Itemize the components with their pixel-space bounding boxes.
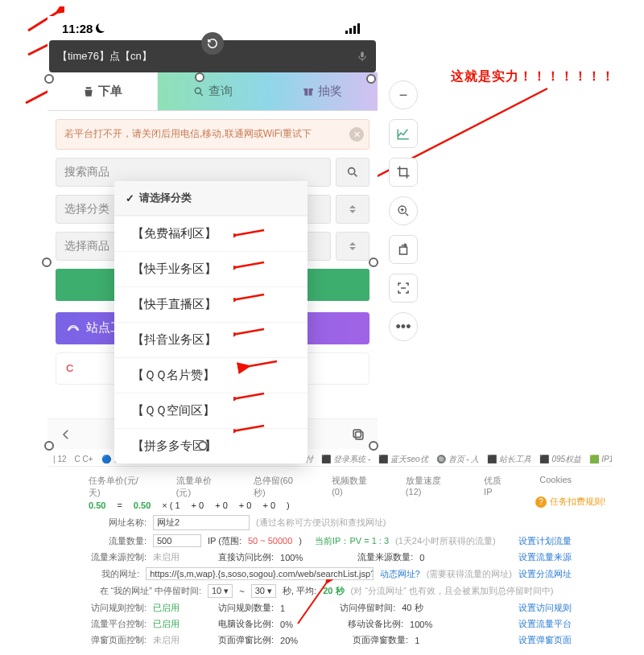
svg-rect-20 (400, 247, 407, 254)
qty-input[interactable]: 500 (153, 534, 201, 547)
svg-rect-11 (353, 430, 361, 437)
url-bar[interactable]: 【time76】点【cn】 (49, 40, 376, 72)
link-rule[interactable]: 设置访问规则 (518, 602, 572, 614)
svg-point-5 (195, 88, 200, 93)
svg-rect-10 (356, 431, 363, 439)
zoom-in-button[interactable] (389, 196, 418, 225)
more-button[interactable]: ••• (389, 312, 418, 341)
dropdown-title: ✓请选择分类 (114, 181, 308, 216)
moon-icon (96, 23, 105, 33)
fee-note[interactable]: ?任务扣费规则! (535, 496, 605, 508)
row-qty: 流量数量: 500 IP (范围: 50 ~ 50000) 当前IP：PV = … (89, 534, 572, 547)
main-tabs: 下单 查询 抽奖 (47, 72, 378, 111)
url-text: 【time76】点【cn】 (57, 49, 152, 64)
dropdown-item[interactable]: 【免费福利区】 (114, 216, 308, 251)
bottom-panel: | 12C C+🔵百度一下, ⬛会员登录 -🟢zxyingxiao ⬛龙 | 支… (48, 452, 612, 653)
dropdown-item[interactable]: 【拼多多专区】 (114, 428, 308, 463)
row-stay: 在 “我的网址” 中停留时间: 10 ▾ ~ 30 ▾ 秒, 平均:20 秒 (… (89, 584, 572, 598)
equation: 0.50=0.50 × ( 1+ 0 + 0+ 0 + 0) (89, 501, 572, 510)
link-pop[interactable]: 设置弹窗页面 (518, 634, 572, 646)
dropdown-item[interactable]: 【ＱＱ空间区】 (114, 393, 308, 428)
minus-button[interactable]: − (389, 80, 418, 109)
signal-icon (345, 23, 363, 34)
row-src: 流量来源控制:未启用 直接访问比例:100% 流量来源数量:0 设置流量来源 (89, 551, 572, 563)
time: 11:28 (62, 22, 93, 35)
caret-icon[interactable] (336, 195, 369, 224)
copy-icon[interactable] (350, 426, 366, 443)
url-input[interactable]: https://{s,m,wap}.{s,soso,sogou}.com/web… (146, 567, 373, 580)
link-plan[interactable]: 设置计划流量 (518, 535, 572, 547)
trend-icon[interactable] (389, 119, 418, 148)
svg-point-9 (349, 167, 355, 174)
tool-column: − ••• (389, 80, 418, 341)
row-pop: 弹窗页面控制:未启用 页面弹窗比例:20% 页面弹窗数量:1 设置弹窗页面 (89, 634, 572, 646)
link-plat[interactable]: 设置流量平台 (518, 618, 572, 630)
reload-icon[interactable] (201, 32, 224, 55)
dropdown-item[interactable]: 【ＱＱ名片赞】 (114, 357, 308, 393)
dropdown-item[interactable]: 【快手直播区】 (114, 286, 308, 322)
svg-rect-8 (308, 87, 309, 95)
caret-icon[interactable] (336, 232, 369, 261)
back-icon[interactable] (59, 427, 73, 442)
eq-header: 任务单价(元/天)流量单价(元)总停留(60秒) 视频数量(0)放量速度(12)… (89, 475, 572, 499)
crop-icon[interactable] (389, 158, 418, 187)
link-src[interactable]: 设置流量来源 (518, 551, 572, 563)
scan-icon[interactable] (389, 274, 418, 303)
headline: 这就是实力！！！！！！！ (451, 68, 615, 85)
row-url: 我的网址: https://{s,m,wap}.{s,soso,sogou}.c… (89, 567, 572, 580)
category-dropdown: ✓请选择分类 【免费福利区】 【快手业务区】 【快手直播区】 【抖音业务区】 【… (114, 181, 308, 463)
link-split[interactable]: 设置分流网址 (518, 568, 572, 580)
row-rule: 访问规则控制:已启用 访问规则数量:1 访问停留时间:40 秒 设置访问规则 (89, 602, 572, 614)
row-name: 网址名称: 网址2 (通过名称可方便识别和查找网址) (89, 515, 572, 530)
name-input[interactable]: 网址2 (153, 515, 250, 530)
tab-query[interactable]: 查询 (158, 72, 267, 110)
row-plat: 流量平台控制:已启用 电脑设备比例:0% 移动设备比例:100% 设置流量平台 (89, 618, 572, 630)
dropdown-item[interactable]: 【快手业务区】 (114, 251, 308, 286)
mic-icon[interactable] (357, 49, 368, 64)
close-icon[interactable]: ✕ (349, 127, 364, 142)
svg-rect-4 (361, 51, 364, 57)
tab-lotto[interactable]: 抽奖 (268, 72, 378, 110)
tab-order[interactable]: 下单 (47, 72, 158, 110)
alert: 若平台打不开，请关闭后用电信,移动,联通网或WiFi重试下✕ (56, 119, 369, 150)
search-button[interactable] (336, 158, 369, 187)
rotate-icon[interactable] (389, 235, 418, 264)
dropdown-item[interactable]: 【抖音业务区】 (114, 322, 308, 357)
